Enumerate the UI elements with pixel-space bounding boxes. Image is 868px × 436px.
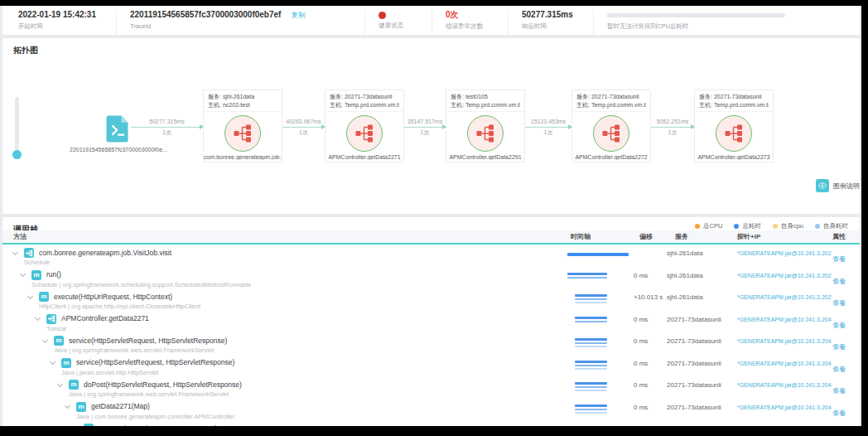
callstack-row: m execute(HttpUriRequest, HttpContext) H…	[2, 290, 860, 312]
offset-value: 0 ms	[634, 269, 667, 279]
edge-duration-label: 40263.967ms	[282, 118, 325, 125]
chevron-down-icon[interactable]	[50, 359, 55, 365]
method-name[interactable]: doPost(HttpServletRequest, HttpServletRe…	[84, 380, 242, 390]
topology-node[interactable]: 服务:20271-73datasunli 主机:Temp.prd.comm.vm…	[571, 90, 651, 162]
chevron-down-icon[interactable]	[65, 403, 70, 409]
method-icon: m	[69, 380, 79, 390]
method-icon: m	[39, 292, 49, 302]
response-time-value: 50277.315ms	[522, 10, 593, 20]
service-instance-icon[interactable]	[593, 115, 629, 152]
host-prefix: 主机:	[330, 102, 343, 108]
legend-label: 自身耗时	[823, 222, 848, 230]
probe-ip-link[interactable]: *GENERATEAPM.jar@10.241.3.202	[737, 269, 828, 279]
method-name[interactable]: getData2271(Map)	[91, 402, 150, 411]
chevron-down-icon[interactable]	[27, 293, 33, 298]
edge-duration-label: 5052.251ms	[651, 118, 694, 125]
view-attributes-link[interactable]: 查看	[832, 366, 846, 373]
probe-ip-link[interactable]: *GENERATEAPM.jar@10.241.3.204	[737, 312, 828, 322]
topology-edge: 5052.251ms 1次	[651, 118, 694, 136]
method-detail: Tomcat	[2, 325, 567, 333]
probe-ip-link[interactable]: *GENERATEAPM.jar@10.241.3.202	[737, 290, 828, 300]
probe-ip-link[interactable]: *GENERATEAPM.jar@10.241.3.204	[737, 378, 828, 388]
probe-ip-link[interactable]: *GENERATEAPM.jar@10.241.3.204	[737, 400, 828, 410]
view-attributes-link[interactable]: 查看	[832, 255, 846, 263]
method-detail: Schedule	[2, 259, 567, 267]
copy-trace-id-link[interactable]: 复制	[291, 11, 305, 19]
method-name[interactable]: APMController.getData2271	[61, 314, 149, 323]
chevron-down-icon[interactable]	[20, 271, 26, 277]
chevron-down-icon[interactable]	[12, 249, 18, 254]
service-instance-icon[interactable]	[716, 115, 752, 152]
method-name[interactable]: service(HttpServletRequest, HttpServletR…	[76, 358, 234, 367]
start-time-label: 开始时间	[18, 22, 116, 31]
edge-count-label: 1次	[651, 128, 694, 136]
topology-canvas: 220119154565857fc3700003000f0e... 图例说明 服…	[2, 38, 860, 214]
view-attributes-link[interactable]: 查看	[832, 387, 846, 395]
offset-value: 0 ms	[634, 312, 667, 323]
probe-ip-link[interactable]: *GENERATEAPM.jar@10.241.3.202	[737, 246, 828, 256]
service-prefix: 服务:	[208, 94, 221, 99]
offset-value: 0 ms	[634, 400, 667, 411]
column-offset: 偏移	[634, 232, 667, 241]
service-instance-icon[interactable]	[224, 115, 261, 152]
edge-duration-label: 35147.517ms	[404, 118, 446, 125]
method-cell: com.bonree.generateapm.job.VisitJob.visi…	[2, 246, 567, 267]
edge-count-label: 1次	[404, 128, 446, 136]
view-attributes-link[interactable]: 查看	[832, 409, 846, 417]
method-name[interactable]: service(HttpServletRequest, HttpServletR…	[69, 337, 227, 346]
topology-node[interactable]: 服务:test0105 主机:Temp.prd.comm.vm.by.idc.b…	[446, 90, 525, 162]
method-icon: m	[61, 358, 71, 368]
offset-value: 0 ms	[634, 356, 667, 367]
letterbox-right	[861, 0, 868, 436]
topology-node[interactable]: 服务:20271-73datasunli 主机:Temp.prd.comm.vm…	[694, 90, 774, 162]
service-prefix: 服务:	[451, 94, 464, 99]
topology-edge: 50277.315ms 1次	[131, 118, 203, 136]
legend-label: 总CPU	[703, 222, 722, 230]
host-value: Temp.prd.comm.vm.by.idc.b...	[465, 102, 520, 108]
view-attributes-link[interactable]: 查看	[832, 343, 846, 351]
edge-arrow	[525, 127, 571, 128]
service-prefix: 服务:	[576, 94, 590, 99]
node-method-label: com.bonree.generateapm.job.Vis...	[204, 154, 282, 160]
service-name: 20271-73datasunli	[667, 334, 737, 345]
probe-ip-link[interactable]: *GENERATEAPM.jar@10.241.3.204	[737, 356, 828, 366]
edge-arrow	[131, 127, 203, 128]
column-method: 方法	[2, 232, 567, 241]
service-instance-icon[interactable]	[467, 115, 504, 152]
probe-ip-link[interactable]: *GENERATEAPM.jar@10.241.3.204	[737, 334, 828, 344]
topology-node[interactable]: 服务:20271-73datasunli 主机:Temp.prd.comm.vm…	[325, 90, 404, 162]
offset-value: 0 ms	[634, 334, 667, 345]
callstack-row: m service(HttpServletRequest, HttpServle…	[2, 356, 860, 379]
topology-panel: 拓扑图 220119154565857fc3700003000f0e... 图例…	[2, 38, 860, 214]
service-instance-icon[interactable]	[346, 115, 383, 152]
zoom-slider-handle[interactable]	[12, 150, 22, 159]
chevron-down-icon[interactable]	[35, 315, 41, 321]
service-name: 20271-73datasunli	[667, 312, 737, 323]
method-name[interactable]: com.bonree.generateapm.job.VisitJob.visi…	[39, 249, 171, 258]
cpu-unavailable-label: 暂时无法计算得到CPU总耗时	[607, 22, 860, 31]
topology-node[interactable]: 服务:sjhl-261data 主机:nc202-test com.bonree…	[203, 90, 282, 162]
method-cell: m run() Schedule | org.springframework.s…	[2, 269, 567, 289]
script-entry-icon[interactable]	[106, 115, 129, 143]
callstack-legend: 总CPU 总耗时 自身cpu 自身耗时	[683, 222, 848, 230]
chevron-down-icon[interactable]	[42, 337, 48, 342]
response-time-label: 响应时间	[522, 22, 593, 31]
service-prefix: 服务:	[699, 94, 712, 99]
trace-summary-bar: 2022-01-19 15:42:31 开始时间 220119154565857…	[2, 6, 860, 35]
service-name: 20271-73datasunli	[667, 400, 737, 411]
host-value: Temp.prd.comm.vm.by.idc.b...	[714, 102, 769, 108]
chevron-down-icon[interactable]	[57, 380, 63, 386]
view-attributes-link[interactable]: 查看	[832, 278, 846, 285]
edge-duration-label: 50277.315ms	[131, 118, 203, 125]
method-name[interactable]: run()	[46, 270, 61, 279]
health-status-label: 健康状态	[379, 22, 432, 30]
legend-dot	[734, 224, 739, 229]
topology-zoom-slider[interactable]	[15, 97, 19, 156]
health-status-dot	[379, 12, 386, 19]
legend-help-label: 图例说明	[833, 182, 860, 191]
view-attributes-link[interactable]: 查看	[832, 299, 846, 307]
method-cell: m getData2271(Map) Java | com.bonree.gen…	[2, 400, 567, 421]
method-name[interactable]: execute(HttpUriRequest, HttpContext)	[54, 293, 172, 302]
view-attributes-link[interactable]: 查看	[832, 322, 846, 329]
legend-help-button[interactable]: 图例说明	[816, 179, 860, 192]
